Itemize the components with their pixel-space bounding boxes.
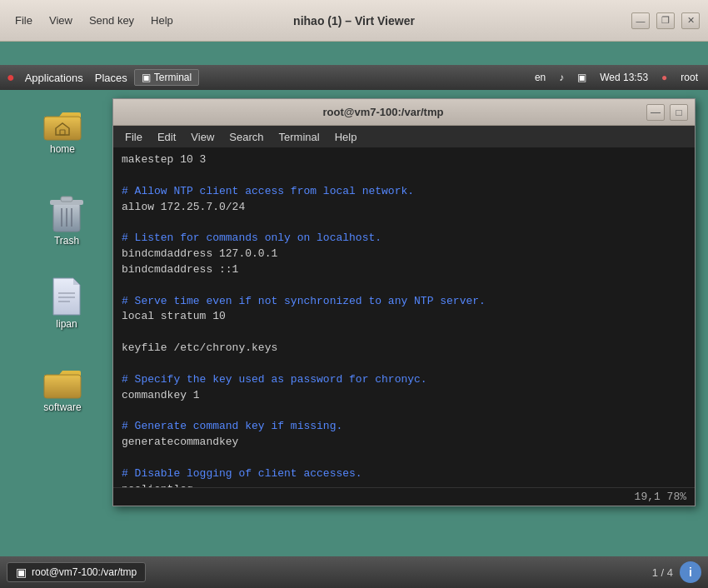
monitor-icon[interactable]: ▣ xyxy=(574,70,590,85)
gnome-foot-icon: ● xyxy=(7,70,15,85)
terminal-line: generatecommandkey xyxy=(122,435,686,451)
restore-button[interactable]: ❐ xyxy=(656,12,675,29)
close-button[interactable]: ✕ xyxy=(681,12,700,29)
terminal-line: bindcmdaddress ::1 xyxy=(122,262,686,278)
terminal-content[interactable]: makestep 10 3 # Allow NTP client access … xyxy=(113,147,695,487)
bottom-panel: ▣ root@vm7-100:/var/tmp 1 / 4 i xyxy=(0,556,708,588)
user-menu[interactable]: ● xyxy=(658,70,671,85)
lipan-file-icon xyxy=(47,277,87,316)
terminal-line: keyfile /etc/chrony.keys xyxy=(122,341,686,356)
terminal-line: # Generate command key if missing. xyxy=(122,419,686,435)
menu-sendkey[interactable]: Send key xyxy=(82,12,141,28)
terminal-tab-icon: ▣ xyxy=(142,72,151,83)
svg-rect-1 xyxy=(44,117,81,140)
terminal-line: # Specify the key used as password for c… xyxy=(122,372,686,388)
terminal-line: allow 172.25.7.0/24 xyxy=(122,200,686,216)
home-icon-label: home xyxy=(50,143,75,155)
menu-file[interactable]: File xyxy=(8,12,39,28)
terminal-line: # Serve time even if not synchronized to… xyxy=(122,294,686,310)
panel-apps-section: ● Applications Places ▣ Terminal xyxy=(7,69,199,86)
svg-rect-15 xyxy=(44,375,81,398)
minimize-button[interactable]: — xyxy=(631,12,650,29)
desktop-icon-home[interactable]: home xyxy=(29,98,96,158)
terminal-line xyxy=(122,451,686,466)
terminal-line: local stratum 10 xyxy=(122,309,686,325)
places-menu[interactable]: Places xyxy=(90,70,132,86)
terminal-line: commandkey 1 xyxy=(122,388,686,404)
trash-icon-label: Trash xyxy=(54,235,79,247)
main-titlebar: File View Send key Help nihao (1) – Virt… xyxy=(0,0,708,42)
main-menu-bar: File View Send key Help xyxy=(8,12,180,28)
bottom-right-area: 1 / 4 i xyxy=(652,561,701,583)
terminal-menu-file[interactable]: File xyxy=(118,129,149,145)
terminal-line: bindcmdaddress 127.0.0.1 xyxy=(122,247,686,262)
terminal-menu-terminal[interactable]: Terminal xyxy=(272,129,327,145)
software-icon-label: software xyxy=(43,401,81,413)
terminal-line xyxy=(122,278,686,294)
datetime-display[interactable]: Wed 13:53 xyxy=(596,70,651,85)
terminal-menu-view[interactable]: View xyxy=(184,129,221,145)
terminal-line xyxy=(122,325,686,341)
terminal-line: makestep 10 3 xyxy=(122,152,686,168)
top-panel: ● Applications Places ▣ Terminal en ♪ ▣ … xyxy=(0,65,708,90)
terminal-line xyxy=(122,215,686,231)
page-indicator: 1 / 4 xyxy=(652,566,673,579)
terminal-window: root@vm7-100:/var/tmp — □ File Edit View… xyxy=(112,98,696,506)
terminal-line xyxy=(122,356,686,372)
svg-rect-11 xyxy=(61,197,72,202)
taskbar-terminal-icon: ▣ xyxy=(16,566,27,579)
desktop-icon-trash[interactable]: Trash xyxy=(33,190,100,250)
terminal-line: # Allow NTP client access from local net… xyxy=(122,184,686,200)
terminal-menu-edit[interactable]: Edit xyxy=(151,129,182,145)
desktop: home T xyxy=(0,90,708,556)
terminal-titlebar: root@vm7-100:/var/tmp — □ xyxy=(113,99,695,126)
terminal-title: root@vm7-100:/var/tmp xyxy=(120,106,646,118)
terminal-maximize-btn[interactable]: □ xyxy=(670,104,688,121)
desktop-icon-software[interactable]: software xyxy=(29,356,96,416)
trash-icon xyxy=(47,193,87,233)
desktop-icon-lipan[interactable]: lipan xyxy=(33,273,100,333)
taskbar-terminal-label: root@vm7-100:/var/tmp xyxy=(32,566,137,578)
lipan-icon-label: lipan xyxy=(56,318,77,330)
terminal-menu-bar: File Edit View Search Terminal Help xyxy=(113,126,695,147)
terminal-line xyxy=(122,404,686,420)
volume-icon[interactable]: ♪ xyxy=(556,70,567,85)
menu-view[interactable]: View xyxy=(42,12,79,28)
terminal-status-bar: 19,1 78% xyxy=(113,487,695,506)
terminal-minimize-btn[interactable]: — xyxy=(646,104,665,121)
menu-help[interactable]: Help xyxy=(144,12,180,28)
terminal-menu-search[interactable]: Search xyxy=(222,129,270,145)
terminal-line: # Listen for commands only on localhost. xyxy=(122,231,686,247)
info-button[interactable]: i xyxy=(680,561,701,583)
terminal-line xyxy=(122,168,686,184)
bottom-taskbar-terminal[interactable]: ▣ root@vm7-100:/var/tmp xyxy=(7,562,146,582)
home-folder-icon xyxy=(42,102,82,142)
terminal-tab-label: Terminal xyxy=(154,72,192,83)
applications-menu[interactable]: Applications xyxy=(20,70,88,86)
panel-right: en ♪ ▣ Wed 13:53 ● root xyxy=(531,70,701,85)
terminal-taskbar-tab[interactable]: ▣ Terminal xyxy=(134,69,199,86)
terminal-position-indicator: 19,1 78% xyxy=(635,491,686,503)
software-folder-icon xyxy=(42,360,82,400)
username-label[interactable]: root xyxy=(677,70,701,85)
terminal-line: # Disable logging of client accesses. xyxy=(122,466,686,482)
terminal-window-controls: — □ xyxy=(646,104,688,121)
window-title: nihao (1) – Virt Viewer xyxy=(293,14,415,27)
lang-indicator[interactable]: en xyxy=(531,70,549,85)
terminal-menu-help[interactable]: Help xyxy=(328,129,364,145)
